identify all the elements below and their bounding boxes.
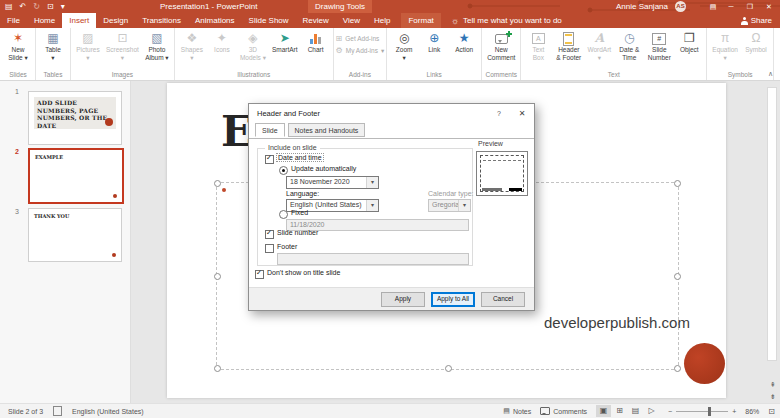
3d-models-button[interactable]: ◈ 3D Models ▾ — [237, 30, 269, 63]
avatar[interactable]: AS — [675, 1, 686, 12]
resize-handle[interactable] — [674, 180, 681, 187]
dialog-help-icon[interactable]: ? — [490, 104, 508, 123]
fit-to-window-icon[interactable]: ⊡ — [768, 407, 775, 416]
share-button[interactable]: Share — [741, 13, 780, 28]
customize-qat-icon[interactable]: ▾ — [61, 0, 65, 13]
update-automatically-label[interactable]: Update automatically — [291, 165, 356, 172]
vertical-scrollbar[interactable]: ⇞ ⇟ — [766, 81, 780, 404]
user-name[interactable]: Annie Sanjana — [616, 0, 668, 13]
redo-icon[interactable]: ↻ — [33, 0, 40, 13]
tell-me-box[interactable]: ☼ Tell me what you want to do — [451, 13, 562, 28]
equation-button[interactable]: π Equation ▾ — [709, 30, 741, 63]
footer-checkbox[interactable] — [265, 244, 274, 253]
text-box-button[interactable]: A Text Box — [523, 30, 553, 63]
table-button[interactable]: ▦ Table ▾ — [38, 30, 68, 63]
date-format-dropdown[interactable]: 18 November 2020 ▾ — [286, 176, 379, 189]
slide-thumbnail-2[interactable]: EXAMPLE — [28, 148, 124, 204]
ribbon-display-options-icon[interactable]: ▤ — [704, 0, 722, 13]
save-icon[interactable]: ▤ — [5, 0, 13, 13]
slide-number-button[interactable]: # Slide Number — [644, 30, 674, 63]
date-time-label[interactable]: Date and time — [277, 154, 323, 161]
date-time-checkbox[interactable] — [265, 155, 274, 164]
collapse-ribbon-icon[interactable]: ∧ — [768, 70, 773, 78]
dont-show-title-checkbox[interactable] — [255, 270, 264, 279]
cancel-button[interactable]: Cancel — [481, 292, 525, 307]
close-icon[interactable]: ✕ — [760, 0, 778, 13]
slide-number-label[interactable]: Slide number — [277, 229, 318, 236]
slide-thumbnail-3[interactable]: THANK YOU — [28, 208, 122, 262]
zoom-percentage[interactable]: 86% — [745, 408, 759, 415]
wordart-button[interactable]: A WordArt ▾ — [584, 30, 614, 63]
normal-view-icon[interactable]: ▣ — [596, 405, 611, 417]
fixed-label[interactable]: Fixed — [291, 209, 308, 216]
zoom-slider-handle[interactable] — [708, 407, 711, 416]
resize-handle[interactable] — [214, 273, 221, 280]
resize-handle[interactable] — [214, 180, 221, 187]
resize-handle[interactable] — [674, 365, 681, 372]
start-presentation-icon[interactable]: ⊡ — [47, 0, 54, 13]
accessibility-icon[interactable] — [53, 406, 62, 416]
tab-home[interactable]: Home — [27, 13, 62, 28]
apply-button[interactable]: Apply — [381, 292, 425, 307]
zoom-button[interactable]: ◎ Zoom ▾ — [389, 30, 419, 63]
pictures-button[interactable]: ▨ Pictures ▾ — [73, 30, 103, 63]
dialog-close-icon[interactable]: ✕ — [510, 104, 534, 123]
video-button[interactable]: Video ▾ — [776, 30, 780, 63]
slide-sorter-view-icon[interactable]: ⊞ — [612, 405, 627, 417]
slide-indicator[interactable]: Slide 2 of 3 — [8, 408, 43, 415]
tab-slideshow[interactable]: Slide Show — [242, 13, 296, 28]
smartart-button[interactable]: ➤ SmartArt — [269, 30, 301, 55]
photo-album-button[interactable]: ▧ Photo Album ▾ — [142, 30, 172, 63]
fixed-radio[interactable] — [279, 210, 288, 219]
header-footer-button[interactable]: Header & Footer — [553, 30, 584, 63]
symbol-button[interactable]: Ω Symbol — [741, 30, 771, 55]
tab-transitions[interactable]: Transitions — [135, 13, 188, 28]
dialog-tab-notes[interactable]: Notes and Handouts — [288, 123, 366, 137]
tab-view[interactable]: View — [336, 13, 367, 28]
tab-help[interactable]: Help — [367, 13, 397, 28]
undo-icon[interactable]: ↶ — [20, 0, 27, 13]
icons-button[interactable]: ✦ Icons — [207, 30, 237, 55]
resize-handle[interactable] — [445, 365, 452, 372]
zoom-out-icon[interactable]: − — [668, 408, 672, 415]
previous-slide-icon[interactable]: ⇞ — [768, 380, 778, 390]
slideshow-view-icon[interactable]: ▷ — [644, 405, 659, 417]
minimize-icon[interactable]: ─ — [722, 0, 740, 13]
update-automatically-radio[interactable] — [279, 166, 288, 175]
chevron-down-icon[interactable]: ▾ — [366, 177, 378, 188]
slide-number-checkbox[interactable] — [265, 230, 274, 239]
tab-design[interactable]: Design — [96, 13, 135, 28]
new-comment-button[interactable]: New Comment — [484, 30, 518, 63]
chart-button[interactable]: Chart — [301, 30, 331, 55]
tab-file[interactable]: File — [0, 13, 27, 28]
get-addins-button[interactable]: ⊞ Get Add-ins — [336, 34, 380, 43]
zoom-in-icon[interactable]: + — [732, 408, 736, 415]
link-button[interactable]: ⊕ Link — [419, 30, 449, 55]
apply-to-all-button[interactable]: Apply to All — [431, 292, 475, 307]
tab-format[interactable]: Format — [401, 13, 440, 28]
shapes-button[interactable]: ❖ Shapes ▾ — [177, 30, 207, 63]
screenshot-button[interactable]: ⊡ Screenshot ▾ — [103, 30, 142, 63]
slide-thumbnail-1[interactable]: ADD SLIDE NUMBERS, PAGE NUMBERS, OR THE … — [28, 91, 122, 145]
dont-show-title-label[interactable]: Don't show on title slide — [267, 269, 340, 276]
tab-insert[interactable]: Insert — [62, 13, 96, 28]
notes-toggle[interactable]: ▤ Notes — [503, 407, 531, 415]
language-indicator[interactable]: English (United States) — [72, 408, 144, 415]
my-addins-button[interactable]: ⚙ My Add-ins ▾ — [336, 46, 385, 55]
tab-review[interactable]: Review — [296, 13, 336, 28]
footer-label[interactable]: Footer — [277, 243, 297, 250]
reading-view-icon[interactable]: ▤ — [628, 405, 643, 417]
action-button[interactable]: ★ Action — [449, 30, 479, 55]
dialog-tab-slide[interactable]: Slide — [255, 123, 285, 137]
resize-handle[interactable] — [674, 273, 681, 280]
new-slide-button[interactable]: ✶ New Slide ▾ — [3, 30, 33, 63]
comments-toggle[interactable]: Comments — [540, 407, 587, 415]
tab-animations[interactable]: Animations — [188, 13, 242, 28]
next-slide-icon[interactable]: ⇟ — [768, 392, 778, 402]
chevron-down-icon[interactable]: ▾ — [366, 200, 378, 211]
date-time-button[interactable]: ◷ Date & Time — [614, 30, 644, 63]
dialog-titlebar[interactable]: Header and Footer ? ✕ — [249, 104, 534, 123]
resize-handle[interactable] — [214, 365, 221, 372]
object-button[interactable]: ❐ Object — [674, 30, 704, 55]
restore-icon[interactable]: ❐ — [741, 0, 759, 13]
